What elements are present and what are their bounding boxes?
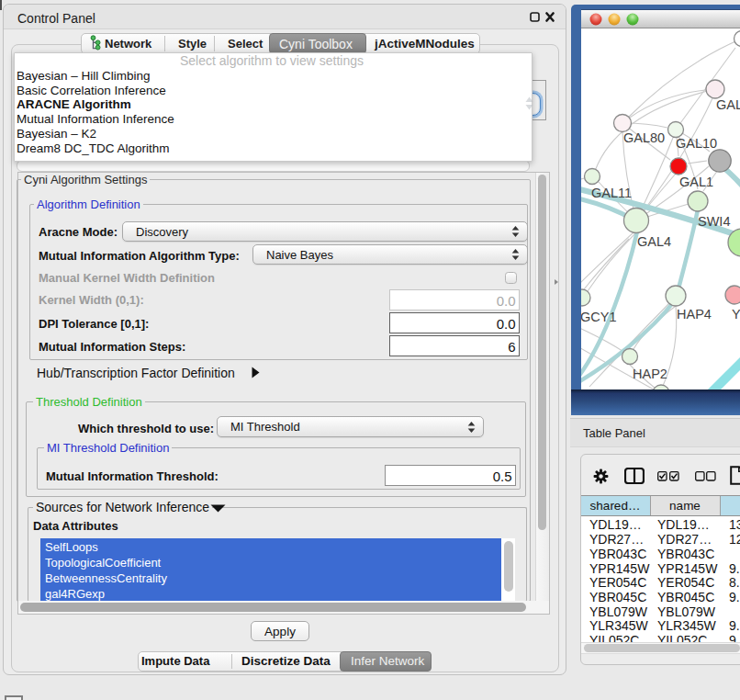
- svg-text:GAL4: GAL4: [637, 234, 671, 249]
- svg-text:GAL80: GAL80: [623, 130, 665, 145]
- svg-text:HAP2: HAP2: [633, 367, 667, 381]
- svg-text:SWI4: SWI4: [698, 214, 730, 229]
- svg-text:GAL10: GAL10: [676, 136, 717, 151]
- svg-text:GAL1: GAL1: [679, 175, 713, 189]
- svg-text:HAP4: HAP4: [677, 307, 712, 322]
- svg-text:YJ: YJ: [732, 307, 740, 322]
- svg-text:GCY1: GCY1: [581, 310, 617, 324]
- svg-text:GAL11: GAL11: [591, 186, 632, 200]
- svg-text:GAL2: GAL2: [716, 97, 740, 112]
